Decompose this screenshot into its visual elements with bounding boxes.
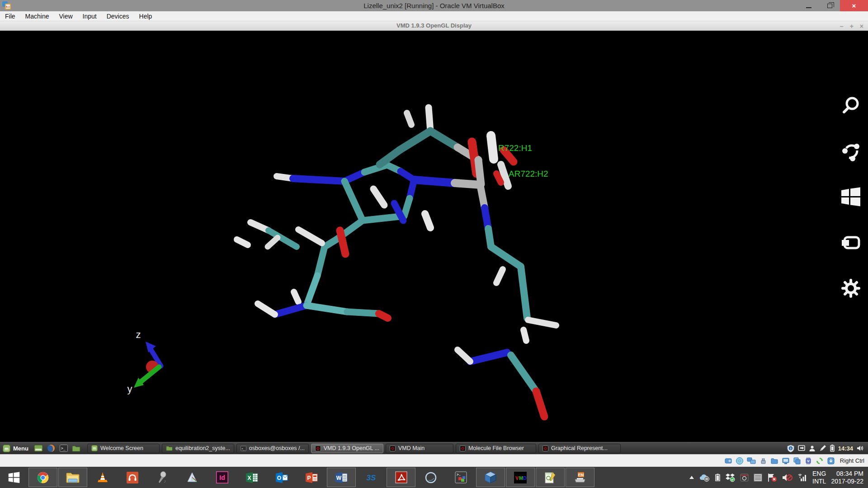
mobaxterm-button[interactable]: >. xyxy=(446,468,475,487)
volume-icon[interactable] xyxy=(857,445,864,451)
search-icon[interactable] xyxy=(840,95,862,117)
firefox-icon[interactable] xyxy=(46,444,56,453)
share-icon[interactable] xyxy=(840,141,862,162)
microphone-icon xyxy=(157,471,168,484)
svg-text:P: P xyxy=(307,475,311,481)
taskbtn-label: osboxes@osboxes /... xyxy=(249,445,305,451)
virtualbox-button[interactable] xyxy=(476,468,505,487)
indesign-button[interactable]: Id xyxy=(208,468,236,487)
shared-folders-icon[interactable] xyxy=(770,457,778,465)
network-icon[interactable] xyxy=(747,457,756,465)
acrobat-button[interactable] xyxy=(387,468,415,487)
hard-disk-icon[interactable] xyxy=(724,457,732,465)
display-settings-icon[interactable] xyxy=(798,445,805,451)
virtualbox-titlebar: 8.1 Lizelle_unix2 [Running] - Oracle VM … xyxy=(0,0,868,11)
ring-app-button[interactable] xyxy=(416,468,445,487)
file-explorer-button[interactable] xyxy=(58,468,87,487)
taskbtn-label: Graphical Represent... xyxy=(551,445,608,451)
dassault-3ds-button[interactable]: 3S xyxy=(357,468,386,487)
vlc-button[interactable] xyxy=(88,468,117,487)
vmd-minimize-button[interactable]: – xyxy=(840,23,844,30)
update-shield-icon[interactable]: i xyxy=(787,445,794,452)
menu-help[interactable]: Help xyxy=(134,11,157,21)
menu-devices[interactable]: Devices xyxy=(102,11,134,21)
endnote-button[interactable]: EN xyxy=(566,468,594,487)
windows-list-icon[interactable] xyxy=(793,457,801,465)
taskbtn-vmd-main[interactable]: VMD Main xyxy=(386,444,453,453)
menu-file[interactable]: File xyxy=(0,11,20,21)
svg-text:X: X xyxy=(247,475,251,481)
headset-app-button[interactable] xyxy=(118,468,147,487)
shared-clipboard-icon[interactable] xyxy=(816,457,824,465)
mouse-integration-icon[interactable] xyxy=(827,457,835,465)
vm-menu-button[interactable]: m Menu xyxy=(2,445,32,452)
vlc-icon xyxy=(97,472,108,483)
user-icon[interactable] xyxy=(809,445,816,452)
en-language-icon: EN xyxy=(573,471,587,484)
svg-text:W: W xyxy=(336,475,342,481)
taskbtn-vmd-opengl[interactable]: VMD 1.9.3 OpenGL ... xyxy=(311,444,383,453)
tray-expand-icon[interactable] xyxy=(689,475,694,480)
svg-text:EN: EN xyxy=(578,473,584,477)
taskbtn-osboxes-terminal[interactable]: >_ osboxes@osboxes /... xyxy=(236,444,309,453)
outlook-button[interactable]: O xyxy=(267,468,296,487)
display-icon[interactable] xyxy=(782,457,790,465)
taskbtn-label: equilibration2_syste... xyxy=(175,445,230,451)
virtualbox-menubar: File Machine View Input Devices Help xyxy=(0,11,868,21)
menu-input[interactable]: Input xyxy=(78,11,102,21)
volume-muted-icon[interactable] xyxy=(782,473,793,482)
battery-icon[interactable] xyxy=(830,445,835,452)
word-button[interactable]: W xyxy=(327,468,356,487)
vmd-host-button[interactable]: V M D xyxy=(506,468,535,487)
taskbar-clock[interactable]: 08:34 PM 2017-09-22 xyxy=(831,470,863,485)
recorder-tray-icon[interactable] xyxy=(740,474,749,482)
network-signal-icon[interactable] xyxy=(797,473,807,482)
svg-text:V: V xyxy=(515,475,519,481)
files-icon[interactable] xyxy=(71,444,81,453)
minimize-icon xyxy=(806,7,811,8)
vm-clock[interactable]: 14:34 xyxy=(838,445,853,452)
start-button[interactable] xyxy=(0,467,28,488)
excel-button[interactable]: X xyxy=(237,468,266,487)
start-icon[interactable] xyxy=(840,186,862,208)
menu-machine[interactable]: Machine xyxy=(20,11,54,21)
usb-icon[interactable] xyxy=(759,457,767,465)
prism-app-button[interactable] xyxy=(178,468,207,487)
vmd-maximize-button[interactable]: + xyxy=(850,23,854,30)
chrome-button[interactable] xyxy=(28,468,57,487)
vmd-close-button[interactable]: × xyxy=(860,23,863,30)
vmd-opengl-viewport[interactable]: R722:H1 AR722:H2 z y xyxy=(0,31,868,442)
restore-button[interactable] xyxy=(819,0,840,11)
gaussview-button[interactable] xyxy=(536,468,565,487)
optical-disk-icon[interactable] xyxy=(736,457,744,465)
microphone-app-button[interactable] xyxy=(148,468,177,487)
menu-view[interactable]: View xyxy=(54,11,77,21)
vmd-window-title: VMD 1.9.3 OpenGL Display xyxy=(0,22,868,29)
vmd-icon: V M D xyxy=(514,471,527,484)
dropbox-icon[interactable] xyxy=(725,473,735,482)
list-tray-icon[interactable] xyxy=(754,474,762,482)
onedrive-paused-icon[interactable] xyxy=(699,474,710,482)
vm-system-tray: i 14:34 xyxy=(787,445,866,452)
cpu-virtualization-icon[interactable]: V xyxy=(804,457,812,465)
minimize-button[interactable] xyxy=(798,0,819,11)
mint-logo-icon: m xyxy=(3,445,10,452)
show-desktop-icon[interactable] xyxy=(33,444,43,453)
settings-icon[interactable] xyxy=(840,277,862,299)
action-center-alert-icon[interactable] xyxy=(767,473,777,482)
prism-icon xyxy=(186,472,198,483)
taskbtn-molecule-file-browser[interactable]: Molecule File Browser xyxy=(456,444,536,453)
terminal-icon[interactable]: >_ xyxy=(59,444,69,453)
svg-text:m: m xyxy=(93,446,96,450)
language-indicator[interactable]: ENG INTL xyxy=(812,470,826,485)
taskbtn-equilibration-folder[interactable]: equilibration2_syste... xyxy=(162,444,234,453)
tray-battery-icon[interactable] xyxy=(715,474,720,481)
taskbtn-welcome-screen[interactable]: m Welcome Screen xyxy=(87,444,160,453)
close-button[interactable]: × xyxy=(840,0,868,11)
pen-icon[interactable] xyxy=(819,445,826,452)
powerpoint-button[interactable]: P xyxy=(297,468,326,487)
devices-icon[interactable] xyxy=(840,232,862,253)
indesign-icon: Id xyxy=(216,471,228,483)
taskbtn-graphical-representations[interactable]: Graphical Represent... xyxy=(538,444,621,453)
axis-z-label: z xyxy=(136,329,141,340)
